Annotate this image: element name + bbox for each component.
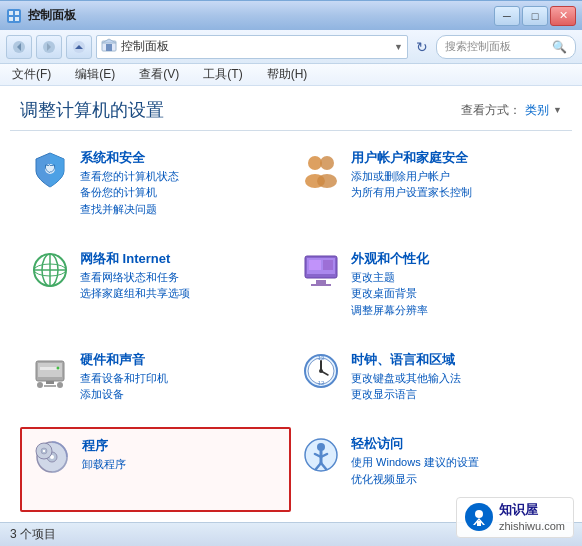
menu-file[interactable]: 文件(F) — [8, 64, 55, 85]
category-users[interactable]: 用户帐户和家庭安全 添加或删除用户帐户 为所有用户设置家长控制 — [291, 141, 562, 242]
security-title[interactable]: 系统和安全 — [80, 149, 281, 167]
clock-info: 时钟、语言和区域 更改键盘或其他输入法 更改显示语言 — [351, 351, 552, 403]
programs-title[interactable]: 程序 — [82, 437, 279, 455]
clock-title[interactable]: 时钟、语言和区域 — [351, 351, 552, 369]
search-placeholder: 搜索控制面板 — [445, 39, 548, 54]
security-link-0[interactable]: 查看您的计算机状态 — [80, 169, 281, 184]
view-type[interactable]: 类别 — [525, 102, 549, 119]
watermark-site: 知识屋 — [499, 502, 565, 519]
category-security[interactable]: 🛡 系统和安全 查看您的计算机状态 备份您的计算机 查找并解决问题 — [20, 141, 291, 242]
programs-link-0[interactable]: 卸载程序 — [82, 457, 279, 472]
network-link-0[interactable]: 查看网络状态和任务 — [80, 270, 281, 285]
svg-point-43 — [319, 369, 323, 373]
hardware-links: 查看设备和打印机 添加设备 — [80, 371, 281, 403]
refresh-button[interactable]: ↻ — [412, 39, 432, 55]
category-hardware[interactable]: 硬件和声音 查看设备和打印机 添加设备 — [20, 343, 291, 428]
svg-rect-1 — [9, 11, 13, 15]
view-options: 查看方式： 类别 ▼ — [461, 102, 562, 119]
access-info: 轻松访问 使用 Windows 建议的设置 优化视频显示 — [351, 435, 552, 487]
access-links: 使用 Windows 建议的设置 优化视频显示 — [351, 455, 552, 487]
svg-point-59 — [475, 510, 483, 518]
svg-rect-4 — [15, 17, 19, 21]
hardware-link-0[interactable]: 查看设备和打印机 — [80, 371, 281, 386]
svg-point-38 — [57, 366, 60, 369]
category-appearance[interactable]: 外观和个性化 更改主题 更改桌面背景 调整屏幕分辨率 — [291, 242, 562, 343]
security-link-1[interactable]: 备份您的计算机 — [80, 185, 281, 200]
watermark-text: 知识屋 zhishiwu.com — [499, 502, 565, 533]
svg-point-33 — [37, 382, 43, 388]
appearance-icon — [301, 250, 341, 290]
hardware-icon — [30, 351, 70, 391]
window-icon — [6, 8, 22, 24]
network-title[interactable]: 网络和 Internet — [80, 250, 281, 268]
address-dropdown-arrow[interactable]: ▼ — [394, 42, 403, 52]
appearance-link-1[interactable]: 更改桌面背景 — [351, 286, 552, 301]
page-title: 调整计算机的设置 — [20, 98, 164, 122]
view-label: 查看方式： — [461, 102, 521, 119]
menu-bar: 文件(F) 编辑(E) 查看(V) 工具(T) 帮助(H) — [0, 64, 582, 86]
security-links: 查看您的计算机状态 备份您的计算机 查找并解决问题 — [80, 169, 281, 217]
access-title[interactable]: 轻松访问 — [351, 435, 552, 453]
network-info: 网络和 Internet 查看网络状态和任务 选择家庭组和共享选项 — [80, 250, 281, 302]
forward-button[interactable] — [36, 35, 62, 59]
network-link-1[interactable]: 选择家庭组和共享选项 — [80, 286, 281, 301]
access-link-0[interactable]: 使用 Windows 建议的设置 — [351, 455, 552, 470]
minimize-button[interactable]: ─ — [494, 6, 520, 26]
appearance-title[interactable]: 外观和个性化 — [351, 250, 552, 268]
view-dropdown-arrow[interactable]: ▼ — [553, 105, 562, 115]
security-icon: 🛡 — [30, 149, 70, 189]
up-button[interactable] — [66, 35, 92, 59]
clock-links: 更改键盘或其他输入法 更改显示语言 — [351, 371, 552, 403]
appearance-info: 外观和个性化 更改主题 更改桌面背景 调整屏幕分辨率 — [351, 250, 552, 318]
network-links: 查看网络状态和任务 选择家庭组和共享选项 — [80, 270, 281, 302]
users-link-1[interactable]: 为所有用户设置家长控制 — [351, 185, 552, 200]
svg-rect-28 — [323, 260, 333, 270]
programs-icon — [32, 437, 72, 477]
close-button[interactable]: ✕ — [550, 6, 576, 26]
clock-icon: 12 12 — [301, 351, 341, 391]
hardware-link-1[interactable]: 添加设备 — [80, 387, 281, 402]
category-clock[interactable]: 12 12 时钟、语言和区域 更改键盘或其他输入法 更改显示语言 — [291, 343, 562, 428]
address-bar[interactable]: 控制面板 ▼ — [96, 35, 408, 59]
users-link-0[interactable]: 添加或删除用户帐户 — [351, 169, 552, 184]
hardware-info: 硬件和声音 查看设备和打印机 添加设备 — [80, 351, 281, 403]
svg-rect-13 — [106, 44, 112, 51]
clock-link-0[interactable]: 更改键盘或其他输入法 — [351, 371, 552, 386]
search-bar[interactable]: 搜索控制面板 🔍 — [436, 35, 576, 59]
programs-info: 程序 卸载程序 — [82, 437, 279, 472]
menu-help[interactable]: 帮助(H) — [263, 64, 312, 85]
network-icon — [30, 250, 70, 290]
appearance-link-2[interactable]: 调整屏幕分辨率 — [351, 303, 552, 318]
access-link-1[interactable]: 优化视频显示 — [351, 472, 552, 487]
categories-grid: 🛡 系统和安全 查看您的计算机状态 备份您的计算机 查找并解决问题 — [0, 131, 582, 522]
category-network[interactable]: 网络和 Internet 查看网络状态和任务 选择家庭组和共享选项 — [20, 242, 291, 343]
watermark: 知识屋 zhishiwu.com — [456, 497, 574, 538]
users-title[interactable]: 用户帐户和家庭安全 — [351, 149, 552, 167]
category-programs[interactable]: 程序 卸载程序 — [20, 427, 291, 512]
menu-edit[interactable]: 编辑(E) — [71, 64, 119, 85]
maximize-button[interactable]: □ — [522, 6, 548, 26]
watermark-sub: zhishiwu.com — [499, 519, 565, 533]
menu-view[interactable]: 查看(V) — [135, 64, 183, 85]
svg-text:12: 12 — [318, 380, 325, 386]
svg-text:🛡: 🛡 — [44, 162, 56, 176]
hardware-title[interactable]: 硬件和声音 — [80, 351, 281, 369]
back-button[interactable] — [6, 35, 32, 59]
security-link-2[interactable]: 查找并解决问题 — [80, 202, 281, 217]
svg-point-51 — [43, 450, 45, 452]
main-content: 调整计算机的设置 查看方式： 类别 ▼ 🛡 系统和安全 查看您的计算机状态 — [0, 86, 582, 522]
users-icon — [301, 149, 341, 189]
content-header: 调整计算机的设置 查看方式： 类别 ▼ — [0, 86, 582, 130]
watermark-icon — [465, 503, 493, 531]
toolbar: 控制面板 ▼ ↻ 搜索控制面板 🔍 — [0, 30, 582, 64]
svg-point-19 — [317, 174, 337, 188]
menu-tools[interactable]: 工具(T) — [199, 64, 246, 85]
programs-links: 卸载程序 — [82, 457, 279, 472]
svg-text:12: 12 — [318, 355, 325, 361]
title-bar-left: 控制面板 — [6, 7, 76, 24]
appearance-link-0[interactable]: 更改主题 — [351, 270, 552, 285]
clock-link-1[interactable]: 更改显示语言 — [351, 387, 552, 402]
items-count: 3 个项目 — [10, 526, 56, 543]
access-icon — [301, 435, 341, 475]
search-icon[interactable]: 🔍 — [552, 40, 567, 54]
